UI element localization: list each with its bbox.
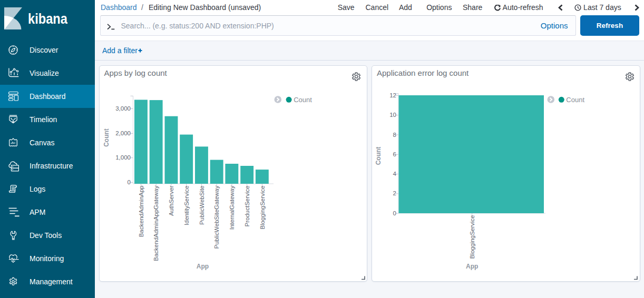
svg-text:IdentityService: IdentityService <box>183 186 189 225</box>
svg-text:Count: Count <box>102 128 110 147</box>
svg-text:PublicWebSite: PublicWebSite <box>198 186 204 225</box>
svg-text:10: 10 <box>389 112 396 118</box>
svg-text:12: 12 <box>389 92 396 98</box>
svg-text:PublicWebSiteGateway: PublicWebSiteGateway <box>213 185 220 249</box>
svg-text:0: 0 <box>393 210 396 216</box>
svg-text:App: App <box>196 263 208 270</box>
svg-text:8: 8 <box>393 132 396 138</box>
svg-text:InternalGateway: InternalGateway <box>229 185 235 230</box>
svg-text:3,000: 3,000 <box>115 105 131 112</box>
svg-text:Count: Count <box>566 96 584 104</box>
svg-text:BackendAdminAppGateway: BackendAdminAppGateway <box>153 185 159 261</box>
svg-text:BloggingService: BloggingService <box>259 186 265 230</box>
svg-text:App: App <box>466 263 478 270</box>
svg-text:6: 6 <box>393 151 396 157</box>
svg-text:AuthServer: AuthServer <box>168 185 174 216</box>
svg-text:0: 0 <box>127 179 130 185</box>
svg-text:BackendAdminApp: BackendAdminApp <box>138 186 144 237</box>
svg-text:1,000: 1,000 <box>115 154 131 161</box>
svg-text:2: 2 <box>393 190 396 196</box>
svg-text:ProductService: ProductService <box>243 186 250 227</box>
svg-text:4: 4 <box>393 171 397 177</box>
svg-text:Count: Count <box>294 96 312 104</box>
svg-text:Count: Count <box>375 147 382 165</box>
svg-text:2,000: 2,000 <box>115 130 131 136</box>
svg-text:BloggingService: BloggingService <box>469 215 475 259</box>
